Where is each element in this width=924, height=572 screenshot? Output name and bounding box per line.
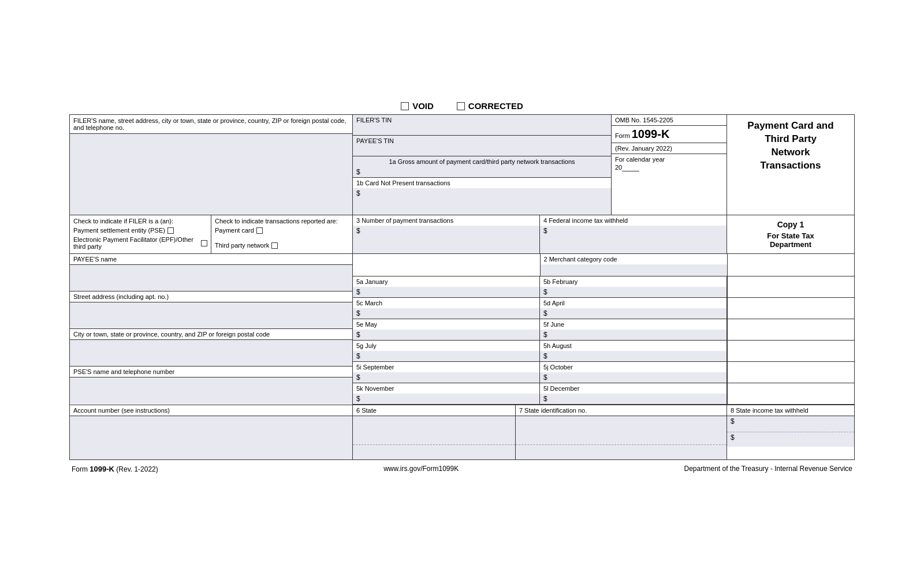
field-3-label: 3 Number of payment transactions [353,215,539,226]
month-input-5j[interactable]: $ [540,372,726,383]
form-title-cell: Payment Card and Third Party Network Tra… [727,115,854,215]
form-title-line2: Third Party [732,133,850,146]
transaction-type-cell: Check to indicate transactions reported … [211,215,352,253]
cal-year-label: For calendar year [615,156,723,163]
filer-tin-cell: FILER'S TIN [353,115,611,136]
month-cell-5e: 5e May $ [353,319,540,340]
month-input-5f[interactable]: $ [540,330,726,340]
month-input-5h[interactable]: $ [540,351,726,361]
month-label-5b: 5b February [540,276,726,287]
city-state-label: City or town, state or province, country… [70,329,352,340]
form-number: 1099-K [632,128,670,140]
month-cell-5i: 5i September $ [353,362,540,383]
month-input-5e[interactable]: $ [353,330,539,340]
field-8-dollar1: $ [727,416,854,432]
cal-year-cell: For calendar year 20 [612,154,726,215]
field-8-label: 8 State income tax withheld [727,405,854,416]
field-7-label: 7 State identification no. [516,405,726,416]
month-cell-5d: 5d April $ [540,298,727,319]
month-label-5a: 5a January [353,276,539,287]
rev-date-cell: (Rev. January 2022) [612,143,726,154]
month-label-5d: 5d April [540,298,726,308]
payee-info-col: PAYEE'S name Street address (including a… [70,254,353,405]
epf-checkbox[interactable] [201,240,207,246]
street-address-label: Street address (including apt. no.) [70,291,352,302]
third-party-checkbox[interactable] [271,242,278,249]
month-label-5g: 5g July [353,341,539,351]
month-input-5a[interactable]: $ [353,287,539,297]
field-3-dollar: $ [353,226,539,253]
footer-form-ref: Form 1099-K (Rev. 1-2022) [72,465,158,473]
filer-info-input[interactable] [70,134,352,215]
filer-type-cell: Check to indicate if FILER is a (an): Pa… [70,215,211,253]
epf-label: Electronic Payment Facilitator (EPF)/Oth… [73,236,199,250]
filer-check-section: Check to indicate if FILER is a (an): Pa… [70,215,353,253]
month-right-spacer-5c [727,298,854,319]
pse-name-label: PSE'S name and telephone number [70,367,352,377]
field-1a-dollar: $ [353,167,611,177]
city-input[interactable] [70,340,352,367]
month-cell-5j: 5j October $ [540,362,727,383]
month-input-5d[interactable]: $ [540,308,726,319]
month-input-5c[interactable]: $ [353,308,539,319]
monthly-col: 2 Merchant category code 5a January $ 5b… [353,254,854,405]
payment-card-checkbox[interactable] [256,227,263,234]
payee-name-input[interactable] [70,265,352,291]
field-6-input2[interactable] [353,445,515,459]
transaction-type-title: Check to indicate transactions reported … [215,218,349,225]
month-label-5i: 5i September [353,362,539,372]
void-checkbox[interactable] [401,102,409,110]
footer-website: www.irs.gov/Form1099K [383,465,459,473]
pse-checkbox[interactable] [167,227,174,234]
field-2-cell: 2 Merchant category code [541,254,728,276]
month-label-5f: 5f June [540,319,726,330]
form-prefix: Form [615,132,632,139]
copy1-cell: Copy 1 For State Tax Department [727,215,854,253]
cal-year-value: 20 [615,163,723,171]
row-payee-monthly: PAYEE'S name Street address (including a… [70,254,854,405]
field-7-input2[interactable] [516,445,726,459]
omb-label: OMB No. 1545-2205 [612,115,726,126]
field-6-label: 6 State [353,405,515,416]
form-title-line4: Transactions [732,159,850,173]
month-cell-5b: 5b February $ [540,276,727,297]
field-6-input1[interactable] [353,416,515,445]
field-1b-label: 1b Card Not Present transactions [353,178,611,188]
payment-card-item: Payment card [215,227,349,234]
payee-tin-cell: PAYEE'S TIN [353,136,611,156]
month-input-5k[interactable]: $ [353,394,539,404]
field-4-dollar: $ [540,226,726,253]
void-section: VOID [401,101,434,111]
field-7-input1[interactable] [516,416,726,445]
pse-check-item: Payment settlement entity (PSE) [73,227,207,234]
filer-info-label: FILER'S name, street address, city or to… [70,115,352,134]
main-form: FILER'S name, street address, city or to… [69,114,855,460]
month-label-5l: 5l December [540,383,726,394]
month-input-5l[interactable]: $ [540,394,726,404]
corrected-section: CORRECTED [457,101,523,111]
month-cell-5a: 5a January $ [353,276,540,297]
month-input-5b[interactable]: $ [540,287,726,297]
pse-input[interactable] [70,377,352,404]
street-input[interactable] [70,302,352,329]
month-input-5g[interactable]: $ [353,351,539,361]
month-cell-5c: 5c March $ [353,298,540,319]
form-number-cell: Form 1099-K [612,126,726,143]
copy1-label: Copy 1 [732,220,850,229]
month-cell-5l: 5l December $ [540,383,727,404]
month-right-spacer-5g [727,341,854,361]
payment-card-label: Payment card [215,227,254,234]
month-input-5i[interactable]: $ [353,372,539,383]
month-row-5k-5l: 5k November $ 5l December $ [353,383,854,405]
field-1b-dollar: $ [353,188,611,215]
corrected-checkbox[interactable] [457,102,465,110]
form-1099k: VOID CORRECTED FILER'S name, street addr… [69,96,855,476]
void-label: VOID [412,101,434,111]
month-cell-5g: 5g July $ [353,341,540,361]
field-2-input[interactable] [541,264,728,276]
field-1a-label: 1a Gross amount of payment card/third pa… [353,156,611,167]
field-2-row: 2 Merchant category code [353,254,854,276]
month-label-5k: 5k November [353,383,539,394]
epf-check-item: Electronic Payment Facilitator (EPF)/Oth… [73,236,207,250]
account-number-input[interactable] [70,416,352,459]
